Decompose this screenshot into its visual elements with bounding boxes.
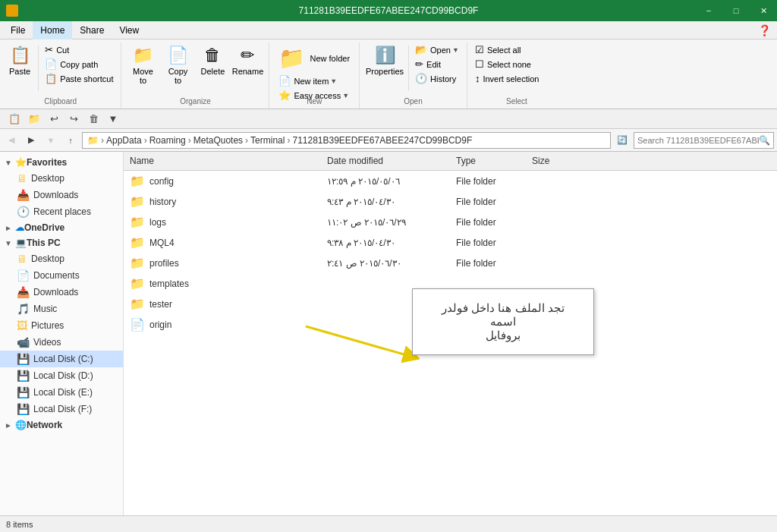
new-folder-icon: 📁 xyxy=(278,46,305,71)
breadcrumb-appdata[interactable]: AppData xyxy=(106,135,142,146)
move-to-icon: 📁 xyxy=(133,46,153,65)
history-button[interactable]: 🕐 History xyxy=(412,71,462,86)
file-row[interactable]: 📁 MQL4 ٢٠١٥/٠٤/٣٠ م ٩:٣٨ File folder xyxy=(124,232,777,253)
onedrive-section[interactable]: ► ☁ OneDrive xyxy=(0,220,123,235)
delete-button[interactable]: 🗑 Delete xyxy=(196,42,229,88)
edit-icon: ✏ xyxy=(415,58,423,70)
up-button[interactable]: ↑ xyxy=(62,132,79,149)
open-button[interactable]: 📂 Open ▼ xyxy=(412,42,462,57)
pictures-icon: 🖼 xyxy=(17,320,27,332)
file-cell-size xyxy=(526,221,587,224)
menu-bar: File Home Share View ❓ xyxy=(0,21,777,39)
back-button[interactable]: ◀ xyxy=(3,132,20,149)
nav-item-desktop-pc[interactable]: 🖥 Desktop xyxy=(0,250,123,267)
refresh-button[interactable]: 🔄 xyxy=(614,132,631,149)
breadcrumb-metaquotes[interactable]: MetaQuotes xyxy=(193,135,243,146)
downloads-fav-label: Downloads xyxy=(33,190,78,200)
select-none-button[interactable]: ☐ Select none xyxy=(472,57,534,71)
copy-to-button[interactable]: 📄 Copyto xyxy=(161,42,194,88)
nav-item-disk-c[interactable]: 💾 Local Disk (C:) xyxy=(0,351,123,367)
redo-qa-button[interactable]: ↪ xyxy=(65,111,82,127)
nav-item-desktop-fav[interactable]: 🖥 Desktop xyxy=(0,170,123,187)
select-none-label: Select none xyxy=(487,60,531,69)
nav-item-music[interactable]: 🎵 Music xyxy=(0,301,123,317)
file-row[interactable]: 📁 profiles ٢٠١٥/٠٦/٣٠ ص ٢:٤١ File folder xyxy=(124,253,777,273)
file-cell-type xyxy=(450,282,526,285)
breadcrumb-hash[interactable]: 711281B39EEDFE67ABEE247CD99BCD9F xyxy=(292,135,472,146)
nav-item-recent[interactable]: 🕐 Recent places xyxy=(0,203,123,220)
file-row[interactable]: 📁 logs ٢٠١٥/٠٦/٢٩ ص ١١:٠٢ File folder xyxy=(124,212,777,232)
edit-button[interactable]: ✏ Edit xyxy=(412,57,462,71)
copy-path-icon: 📄 xyxy=(45,58,57,70)
recent-locations-button[interactable]: ▼ xyxy=(42,132,59,149)
select-label: Select xyxy=(467,97,566,105)
nav-item-videos[interactable]: 📹 Videos xyxy=(0,334,123,351)
nav-item-disk-e[interactable]: 💾 Local Disk (E:) xyxy=(0,384,123,401)
ribbon-group-select: ☑ Select all ☐ Select none ↕ Invert sele… xyxy=(467,42,566,109)
breadcrumb-terminal[interactable]: Terminal xyxy=(250,135,285,146)
file-icon: 📄 xyxy=(130,317,145,332)
col-header-type[interactable]: Type xyxy=(450,153,526,168)
new-item-button[interactable]: 📄 New item ▼ xyxy=(274,74,341,88)
invert-selection-button[interactable]: ↕ Invert selection xyxy=(472,71,542,86)
ribbon-group-open: ℹ️ Properties 📂 Open ▼ ✏ Edit 🕐 History xyxy=(360,42,467,109)
undo-qa-button[interactable]: ↩ xyxy=(46,111,62,127)
move-to-button[interactable]: 📁 Moveto xyxy=(126,42,159,88)
search-input[interactable] xyxy=(637,136,759,145)
breadcrumb-roaming[interactable]: Roaming xyxy=(149,135,186,146)
nav-item-disk-d[interactable]: 💾 Local Disk (D:) xyxy=(0,367,123,384)
col-header-date[interactable]: Date modified xyxy=(321,153,450,168)
select-all-button[interactable]: ☑ Select all xyxy=(472,42,524,57)
close-button[interactable]: ✕ xyxy=(750,0,777,21)
nav-item-downloads-fav[interactable]: 📥 Downloads xyxy=(0,187,123,203)
select-all-label: Select all xyxy=(487,46,521,55)
file-row[interactable]: 📁 history ٢٠١٥/٠٤/٣٠ م ٩:٤٣ File folder xyxy=(124,191,777,212)
desktop-pc-label: Desktop xyxy=(31,253,64,264)
thispc-section[interactable]: ▼ 💻 This PC xyxy=(0,235,123,250)
copy-to-icon: 📄 xyxy=(168,46,188,65)
folder-qa-button[interactable]: 📁 xyxy=(26,111,42,127)
file-cell-size xyxy=(526,282,587,285)
minimize-button[interactable]: − xyxy=(695,0,722,21)
file-row[interactable]: 📁 config ٢٠١٥/٠٥/٠٦ م ١٢:٥٩ File folder xyxy=(124,171,777,191)
menu-home[interactable]: Home xyxy=(33,21,72,39)
paste-shortcut-button[interactable]: 📋 Paste shortcut xyxy=(42,71,116,86)
menu-file[interactable]: File xyxy=(3,21,33,39)
nav-item-downloads-pc[interactable]: 📥 Downloads xyxy=(0,284,123,301)
properties-button[interactable]: ℹ️ Properties xyxy=(364,42,405,88)
new-folder-button[interactable]: 📁 New folder xyxy=(274,42,354,74)
copy-to-label: Copyto xyxy=(168,67,188,85)
network-section[interactable]: ► 🌐 Network xyxy=(0,417,123,433)
file-name: tester xyxy=(149,299,172,310)
delete-qa-button[interactable]: 🗑 xyxy=(85,111,102,127)
help-icon[interactable]: ❓ xyxy=(758,24,771,36)
folder-icon: 📁 xyxy=(130,256,145,270)
rename-button[interactable]: ✏ Rename xyxy=(231,42,264,88)
network-label: Network xyxy=(27,420,62,430)
forward-button[interactable]: ▶ xyxy=(23,132,39,149)
file-name: templates xyxy=(149,279,189,289)
sep2 xyxy=(408,46,409,91)
recent-icon: 🕐 xyxy=(17,206,30,218)
nav-item-disk-f[interactable]: 💾 Local Disk (F:) xyxy=(0,401,123,417)
menu-view[interactable]: View xyxy=(112,21,146,39)
col-header-size[interactable]: Size xyxy=(526,153,587,168)
new-label: New xyxy=(269,97,359,105)
breadcrumb[interactable]: 📁 › AppData › Roaming › MetaQuotes › Ter… xyxy=(82,132,611,149)
cut-button[interactable]: ✂ Cut xyxy=(42,42,116,57)
paste-button[interactable]: 📋 Paste xyxy=(5,42,35,88)
copy-path-button[interactable]: 📄 Copy path xyxy=(42,57,116,71)
menu-share[interactable]: Share xyxy=(72,21,112,39)
nav-item-pictures[interactable]: 🖼 Pictures xyxy=(0,317,123,334)
search-box[interactable]: 🔍 xyxy=(634,132,774,149)
maximize-button[interactable]: □ xyxy=(722,0,750,21)
new-item-icon: 📄 xyxy=(278,75,291,87)
nav-item-documents[interactable]: 📄 Documents xyxy=(0,267,123,284)
window-controls: − □ ✕ xyxy=(695,0,777,21)
col-header-name[interactable]: Name xyxy=(124,153,321,168)
disk-c-label: Local Disk (C:) xyxy=(33,354,93,364)
customize-qa-button[interactable]: ▼ xyxy=(105,111,121,127)
clipboard-label: Clipboard xyxy=(0,97,121,105)
properties-qa-button[interactable]: 📋 xyxy=(6,111,23,127)
favorites-section[interactable]: ▼ ⭐ Favorites xyxy=(0,155,123,170)
